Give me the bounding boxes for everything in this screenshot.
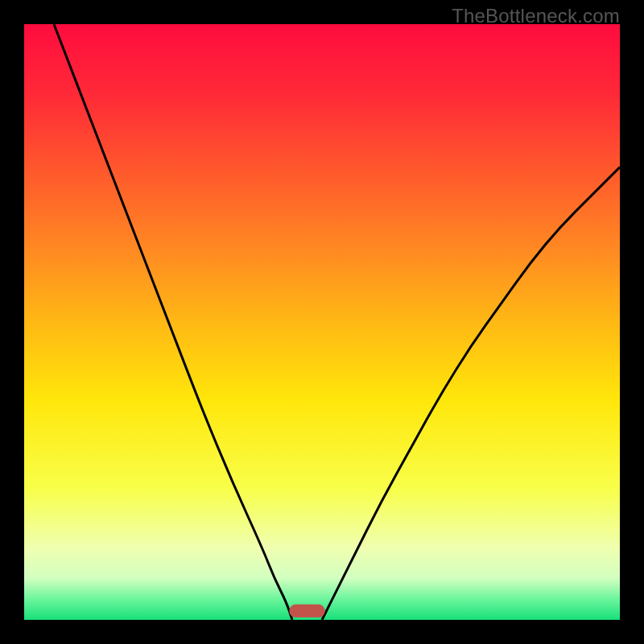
plot-area — [24, 24, 620, 620]
bottleneck-marker — [289, 605, 324, 617]
gradient-background — [24, 24, 620, 620]
chart-frame: TheBottleneck.com — [0, 0, 644, 644]
bottleneck-chart — [24, 24, 620, 620]
